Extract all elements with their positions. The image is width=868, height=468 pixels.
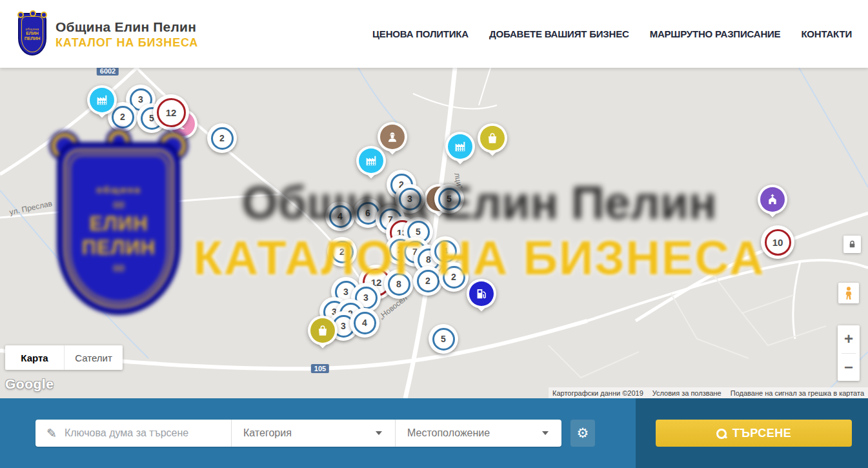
site-logo[interactable]: община ЕЛИН ПЕЛИН Община Елин Пелин КАТА…	[18, 13, 198, 56]
site-subtitle: КАТАЛОГ НА БИЗНЕСА	[56, 36, 198, 50]
zoom-out-button[interactable]: −	[838, 354, 860, 382]
keyword-input[interactable]	[65, 427, 231, 439]
map-type-map-button[interactable]: Карта	[5, 345, 64, 370]
header: община ЕЛИН ПЕЛИН Община Елин Пелин КАТА…	[0, 0, 868, 68]
search-button-label: ТЪРСЕНЕ	[732, 427, 792, 440]
site-title: Община Елин Пелин	[56, 19, 198, 35]
report-error-link[interactable]: Подаване на сигнал за грешка в картата	[731, 389, 864, 397]
nav-item-1[interactable]: ДОБАВЕТЕ ВАШИЯТ БИЗНЕС	[489, 28, 629, 39]
bag-pin[interactable]	[477, 123, 508, 162]
cluster-marker[interactable]: 5	[429, 324, 458, 354]
map-attribution: Картографски данни ©2019 Условия за полз…	[549, 387, 868, 398]
church-pin[interactable]	[757, 185, 788, 223]
pegman-control[interactable]	[838, 283, 859, 303]
map-type-satellite-button[interactable]: Сателит	[64, 345, 123, 370]
bag-icon	[310, 318, 335, 343]
search-button[interactable]: ТЪРСЕНЕ	[656, 420, 852, 447]
main-nav: ЦЕНОВА ПОЛИТИКАДОБАВЕТЕ ВАШИЯТ БИЗНЕСМАР…	[372, 0, 852, 68]
nav-item-0[interactable]: ЦЕНОВА ПОЛИТИКА	[372, 28, 469, 39]
cluster-marker[interactable]: 4	[325, 201, 355, 231]
chevron-down-icon	[376, 431, 382, 435]
cluster-marker[interactable]: 2	[439, 262, 469, 292]
cluster-marker[interactable]: 2	[207, 123, 237, 153]
gear-icon: ⚙	[577, 425, 589, 441]
cluster-marker[interactable]: 2	[327, 237, 357, 267]
road-number-badge: 105	[311, 364, 329, 373]
category-select[interactable]: Категория	[231, 420, 395, 447]
location-select[interactable]: Местоположение	[395, 420, 561, 447]
cluster-marker[interactable]: 4	[350, 308, 379, 338]
cluster-marker[interactable]: 2	[413, 266, 443, 296]
fuel-icon	[469, 281, 494, 306]
zoom-control: + −	[838, 325, 860, 381]
map-canvas[interactable]: община ∞ ЕЛИН ПЕЛИН ∞ Община Елин Пелин …	[0, 68, 868, 398]
cluster-marker[interactable]: 4	[430, 236, 460, 266]
keyword-field[interactable]: ✎	[35, 420, 231, 447]
location-value: Местоположение	[407, 427, 542, 439]
road-number-badge: 6002	[97, 68, 119, 76]
terms-link[interactable]: Условия за ползване	[652, 389, 722, 397]
pegman-icon	[842, 286, 855, 300]
zoom-in-button[interactable]: +	[838, 325, 860, 353]
factory-icon	[90, 88, 114, 112]
cluster-marker[interactable]: 10	[761, 225, 794, 259]
factory-icon	[448, 134, 472, 159]
nav-item-3[interactable]: КОНТАКТИ	[801, 28, 852, 39]
search-icon	[716, 429, 726, 438]
factory-pin[interactable]	[86, 85, 117, 124]
cluster-marker[interactable]: 8	[384, 269, 414, 299]
google-logo[interactable]: Google	[5, 376, 54, 392]
nav-item-2[interactable]: МАРШРУТНО РАЗПИСАНИЕ	[650, 28, 781, 39]
attribution-copyright: Картографски данни ©2019	[552, 389, 643, 397]
advanced-search-button[interactable]: ⚙	[570, 420, 595, 447]
church-icon	[760, 187, 785, 212]
map-type-control: Карта Сателит	[5, 345, 123, 370]
search-fields-group: ✎ Категория Местоположение	[35, 420, 561, 447]
chevron-down-icon	[542, 431, 549, 435]
lock-icon	[847, 239, 857, 249]
factory-pin[interactable]	[445, 132, 476, 170]
cluster-marker[interactable]: 5	[434, 184, 464, 214]
pencil-icon: ✎	[46, 426, 57, 441]
factory-icon	[359, 148, 383, 173]
page: община ∞ ЕЛИН ПЕЛИН ∞ Община Елин Пелин …	[0, 0, 868, 468]
bag-pin[interactable]	[307, 316, 338, 354]
municipality-crest-icon: община ЕЛИН ПЕЛИН	[18, 13, 46, 56]
fuel-pin[interactable]	[466, 279, 497, 318]
lock-control-button[interactable]	[843, 236, 861, 253]
cluster-marker[interactable]: 12	[153, 94, 189, 130]
factory-pin[interactable]	[356, 146, 387, 185]
category-value: Категория	[243, 427, 376, 439]
bag-icon	[480, 126, 505, 150]
search-bar: ✎ Категория Местоположение ⚙ ТЪРСЕНЕ	[0, 398, 868, 468]
